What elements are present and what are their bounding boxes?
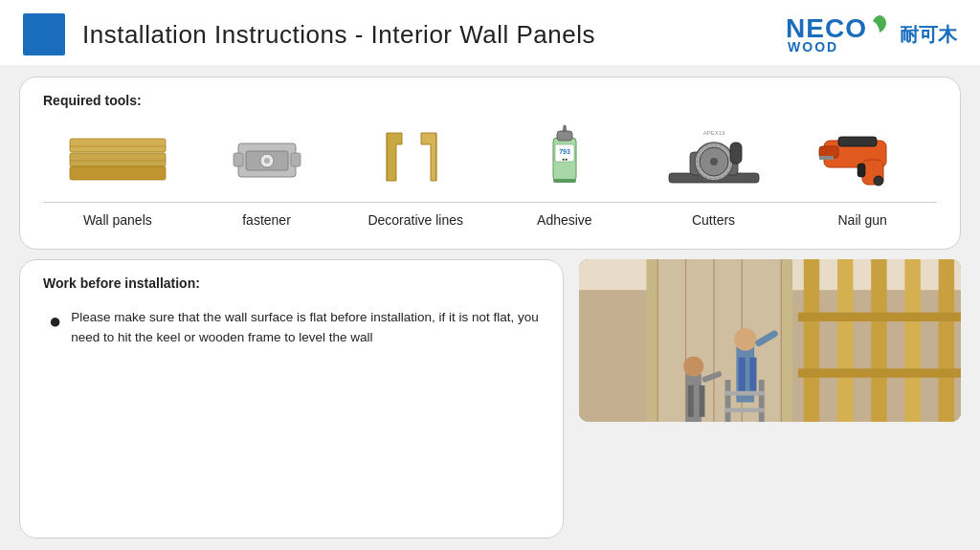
tool-nail-gun-label: Nail gun: [838, 209, 887, 230]
svg-marker-20: [563, 125, 567, 131]
tools-divider: [43, 202, 192, 203]
svg-rect-40: [804, 259, 819, 422]
fastener-image: [229, 120, 305, 196]
svg-marker-12: [421, 133, 436, 181]
nail-gun-icon: [810, 123, 915, 192]
adhesive-image: 793 ●●: [536, 120, 593, 196]
svg-point-35: [874, 176, 883, 186]
adhesive-icon: 793 ●●: [536, 123, 593, 192]
svg-rect-45: [798, 313, 961, 321]
bullet-dot: ●: [49, 308, 61, 336]
svg-point-26: [710, 158, 718, 165]
svg-rect-44: [939, 259, 954, 422]
header: Installation Instructions - Interior Wal…: [0, 0, 980, 65]
svg-rect-21: [553, 179, 576, 183]
tool-cutters: APEX13 Cutters: [639, 120, 789, 230]
svg-rect-41: [837, 259, 853, 422]
tool-nail-gun: Nail gun: [788, 120, 937, 230]
tools-divider: [490, 202, 639, 203]
svg-point-8: [264, 158, 270, 164]
tools-row: Wall panels: [43, 120, 937, 233]
work-before-label: Work before installation:: [43, 275, 540, 291]
tools-section-label: Required tools:: [43, 93, 937, 108]
svg-rect-54: [739, 358, 746, 391]
bullet-text-1: Please make sure that the wall surface i…: [71, 308, 540, 348]
page-title: Installation Instructions - Interior Wal…: [82, 20, 595, 50]
logo-leaf-icon: [869, 13, 890, 34]
tool-decorative-lines-label: Decorative lines: [368, 209, 463, 230]
svg-point-53: [734, 328, 756, 350]
tool-wall-panels-label: Wall panels: [83, 209, 152, 230]
svg-rect-1: [70, 139, 166, 152]
cutters-image: APEX13: [661, 120, 767, 196]
logo-neco: NECO: [786, 15, 867, 42]
wall-panels-image: [65, 120, 170, 196]
svg-rect-9: [234, 153, 243, 166]
bullet-item-1: ● Please make sure that the wall surface…: [49, 308, 540, 348]
svg-rect-42: [871, 259, 886, 422]
svg-rect-57: [724, 380, 730, 422]
logo-area: NECO WOOD 耐可木: [786, 15, 957, 54]
svg-rect-64: [688, 385, 694, 417]
logo-chinese: 耐可木: [900, 22, 957, 48]
tool-adhesive: 793 ●● Adhesive: [490, 120, 639, 230]
work-before-card: Work before installation: ● Please make …: [19, 259, 564, 539]
tool-decorative-lines: Decorative lines: [341, 120, 490, 230]
svg-rect-46: [798, 368, 961, 377]
svg-rect-28: [730, 143, 742, 164]
svg-rect-2: [70, 166, 166, 180]
tool-adhesive-label: Adhesive: [537, 209, 592, 230]
wall-panels-icon: [65, 124, 170, 191]
header-left: Installation Instructions - Interior Wal…: [23, 13, 595, 55]
svg-rect-10: [291, 153, 301, 166]
fastener-icon: [229, 124, 305, 191]
svg-marker-11: [387, 133, 402, 181]
svg-rect-36: [819, 156, 834, 160]
bottom-row: Work before installation: ● Please make …: [19, 259, 961, 539]
svg-rect-65: [699, 385, 704, 417]
tools-divider: [192, 202, 342, 203]
tools-divider: [341, 202, 490, 203]
tools-divider: [788, 202, 937, 203]
blue-accent-rect: [23, 13, 65, 55]
decorative-lines-image: [368, 120, 463, 196]
svg-rect-43: [904, 259, 920, 422]
installation-photo: [579, 259, 961, 422]
nail-gun-image: [810, 120, 915, 196]
decorative-lines-icon: [368, 123, 463, 192]
tool-fastener: fastener: [192, 120, 342, 230]
svg-rect-58: [759, 380, 765, 422]
tools-divider: [639, 202, 789, 203]
svg-point-63: [683, 356, 703, 376]
tool-cutters-label: Cutters: [692, 209, 735, 230]
svg-rect-60: [724, 407, 764, 412]
tool-wall-panels: Wall panels: [43, 120, 192, 230]
svg-text:793: 793: [559, 148, 570, 155]
svg-rect-33: [858, 164, 865, 177]
installation-photo-svg: [579, 259, 961, 422]
svg-rect-34: [838, 137, 877, 146]
cutters-icon: APEX13: [661, 123, 767, 192]
tools-card: Required tools: Wall panels: [19, 77, 961, 250]
main-content: Required tools: Wall panels: [0, 65, 980, 550]
svg-rect-19: [557, 131, 572, 141]
logo-wood: WOOD: [788, 40, 838, 54]
svg-text:●●: ●●: [562, 156, 568, 162]
svg-rect-59: [724, 391, 764, 396]
tool-fastener-label: fastener: [242, 209, 291, 230]
svg-text:APEX13: APEX13: [702, 130, 724, 136]
svg-rect-55: [749, 358, 756, 391]
svg-rect-0: [70, 153, 166, 166]
